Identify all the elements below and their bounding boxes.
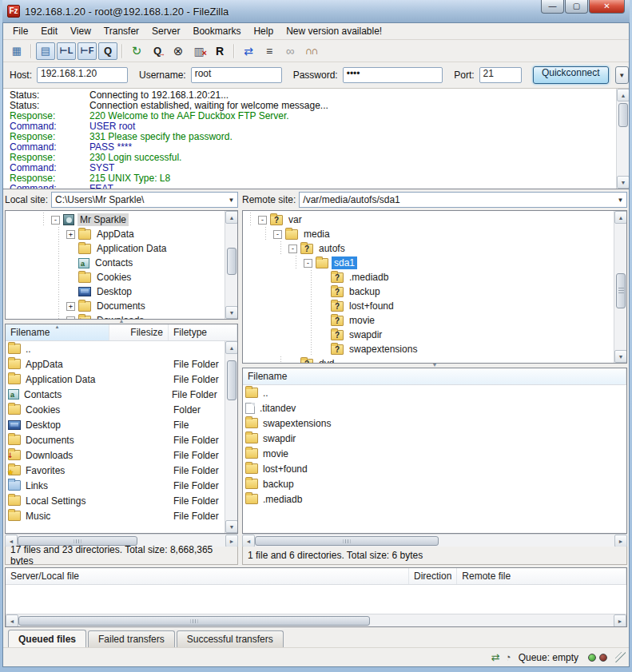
queue-tab[interactable]: Failed transfers bbox=[88, 630, 175, 647]
local-list-hscrollbar[interactable]: ◄ ► bbox=[5, 534, 238, 547]
scroll-up-icon[interactable]: ▲ bbox=[225, 211, 238, 224]
remote-site-value[interactable]: /var/media/autofs/sda1 bbox=[300, 194, 614, 205]
process-queue-icon[interactable]: Q → bbox=[148, 42, 167, 60]
tree-expander[interactable] bbox=[66, 288, 75, 296]
synchronized-browsing-icon[interactable]: ∞ bbox=[280, 42, 300, 60]
host-input[interactable]: 192.168.1.20 bbox=[37, 67, 128, 83]
tree-expander[interactable]: - bbox=[273, 230, 282, 239]
quickconnect-dropdown[interactable]: ▼ bbox=[615, 66, 629, 84]
scroll-down-icon[interactable]: ▼ bbox=[614, 350, 627, 363]
tree-expander[interactable] bbox=[66, 245, 75, 253]
tree-item[interactable]: - autofs bbox=[243, 241, 614, 256]
transfer-type-icon[interactable]: ⇄ bbox=[491, 651, 500, 663]
remote-tree-vscrollbar[interactable]: ▲ ▼ bbox=[614, 211, 626, 363]
column-header-filename[interactable]: Filename ▲ bbox=[6, 324, 109, 340]
tree-item[interactable]: + AppData bbox=[6, 227, 225, 241]
directory-comparison-icon[interactable]: ⇄ bbox=[239, 42, 258, 60]
port-input[interactable]: 21 bbox=[479, 67, 522, 83]
tree-expander[interactable]: + bbox=[66, 230, 75, 239]
close-button[interactable]: ✕ bbox=[589, 0, 625, 14]
quickconnect-button[interactable]: Quickconnect bbox=[533, 66, 609, 84]
reconnect-icon[interactable]: R bbox=[210, 42, 229, 60]
column-header-filetype[interactable]: Filetype bbox=[169, 324, 237, 340]
tree-expander[interactable] bbox=[319, 302, 328, 311]
tree-item[interactable]: swapextensions bbox=[243, 342, 614, 356]
remote-splitter[interactable]: ▼ bbox=[242, 364, 627, 368]
tree-expander[interactable] bbox=[319, 331, 328, 340]
tree-expander[interactable] bbox=[66, 273, 75, 282]
file-row[interactable]: Application Data File Folder bbox=[6, 372, 225, 387]
tree-expander[interactable]: - bbox=[304, 259, 312, 268]
minimize-button[interactable]: — bbox=[541, 0, 564, 14]
tree-item[interactable]: Cookies bbox=[6, 270, 225, 284]
username-input[interactable]: root bbox=[191, 67, 282, 83]
tree-expander[interactable] bbox=[319, 316, 328, 325]
tree-item[interactable]: Desktop bbox=[6, 284, 225, 299]
local-splitter[interactable]: ▲ bbox=[5, 320, 238, 324]
queue-tab[interactable]: Queued files bbox=[8, 630, 86, 647]
tree-item[interactable]: + Downloads bbox=[6, 313, 225, 319]
toggle-local-tree-icon[interactable]: ⊢L bbox=[57, 42, 76, 60]
scroll-up-icon[interactable]: ▲ bbox=[614, 211, 627, 224]
speed-limits-icon[interactable]: ◔ bbox=[505, 651, 511, 663]
file-row[interactable]: Favorites File Folder bbox=[6, 463, 225, 478]
toggle-message-log-icon[interactable]: ▤ bbox=[36, 42, 55, 60]
tree-item[interactable]: movie bbox=[243, 313, 614, 328]
file-row[interactable]: Downloads File Folder bbox=[6, 447, 225, 463]
tree-item[interactable]: .mediadb bbox=[243, 270, 614, 284]
file-row[interactable]: Contacts File Folder bbox=[6, 387, 225, 402]
remote-site-combo[interactable]: /var/media/autofs/sda1 ▼ bbox=[299, 192, 627, 208]
local-tree-vscrollbar[interactable]: ▲ ▼ bbox=[225, 211, 237, 319]
remote-hscroll-thumb[interactable] bbox=[255, 536, 439, 546]
file-row[interactable]: swapdir bbox=[243, 431, 626, 446]
search-icon[interactable]: ∩∩ bbox=[301, 42, 320, 60]
scroll-up-icon[interactable]: ▲ bbox=[225, 341, 237, 354]
scroll-right-icon[interactable]: ► bbox=[614, 614, 626, 627]
toggle-queue-icon[interactable]: Q bbox=[98, 42, 117, 60]
file-row[interactable]: Music File Folder bbox=[6, 508, 225, 523]
site-manager-icon[interactable]: ▦ bbox=[7, 42, 26, 60]
column-header-server-local-file[interactable]: Server/Local file bbox=[6, 568, 409, 584]
menu-item[interactable]: Server bbox=[145, 24, 186, 38]
maximize-button[interactable]: ▢ bbox=[565, 0, 588, 14]
refresh-icon[interactable]: ↻ bbox=[127, 42, 146, 60]
menu-item[interactable]: Edit bbox=[34, 24, 64, 38]
file-row[interactable]: Cookies Folder bbox=[6, 402, 225, 417]
tree-item[interactable]: - media bbox=[243, 227, 614, 241]
chevron-down-icon[interactable]: ▼ bbox=[614, 197, 626, 204]
tree-item[interactable]: Application Data bbox=[6, 241, 225, 256]
password-input[interactable]: •••• bbox=[343, 67, 443, 83]
tree-expander[interactable]: + bbox=[66, 316, 75, 320]
file-row[interactable]: .mediadb bbox=[243, 491, 626, 507]
tree-expander[interactable]: - bbox=[288, 245, 297, 253]
file-row[interactable]: Desktop File bbox=[6, 417, 225, 432]
local-site-combo[interactable]: C:\Users\Mr Sparkle\ ▼ bbox=[51, 192, 238, 208]
file-row[interactable]: Local Settings File Folder bbox=[6, 493, 225, 508]
menu-item[interactable]: View bbox=[64, 24, 97, 38]
file-row[interactable]: Links File Folder bbox=[6, 478, 225, 493]
log-vscroll-thumb[interactable] bbox=[618, 103, 628, 127]
file-row[interactable]: .. bbox=[6, 341, 225, 356]
scroll-left-icon[interactable]: ◄ bbox=[242, 535, 255, 547]
file-row[interactable]: AppData File Folder bbox=[6, 356, 225, 372]
file-row[interactable]: .. bbox=[243, 385, 626, 400]
queue-hscroll-thumb[interactable] bbox=[18, 616, 370, 626]
tree-expander[interactable] bbox=[288, 360, 297, 364]
file-row[interactable]: movie bbox=[243, 446, 626, 461]
tree-item[interactable]: swapdir bbox=[243, 328, 614, 342]
tree-item[interactable]: lost+found bbox=[243, 299, 614, 313]
tree-expander[interactable]: - bbox=[51, 216, 60, 225]
tree-expander[interactable] bbox=[319, 273, 328, 282]
file-row[interactable]: lost+found bbox=[243, 461, 626, 476]
file-row[interactable]: backup bbox=[243, 476, 626, 491]
filter-icon[interactable]: ≡ bbox=[260, 42, 279, 60]
tree-item[interactable]: + Documents bbox=[6, 299, 225, 313]
tree-expander[interactable]: + bbox=[66, 302, 75, 311]
toggle-remote-tree-icon[interactable]: ⊢F bbox=[78, 42, 97, 60]
tree-item[interactable]: - sda1 bbox=[243, 256, 614, 270]
tree-item[interactable]: - var bbox=[243, 213, 614, 227]
tree-expander[interactable] bbox=[319, 288, 328, 296]
file-row[interactable]: swapextensions bbox=[243, 416, 626, 431]
local-site-value[interactable]: C:\Users\Mr Sparkle\ bbox=[52, 194, 225, 205]
tree-expander[interactable]: - bbox=[258, 216, 267, 225]
